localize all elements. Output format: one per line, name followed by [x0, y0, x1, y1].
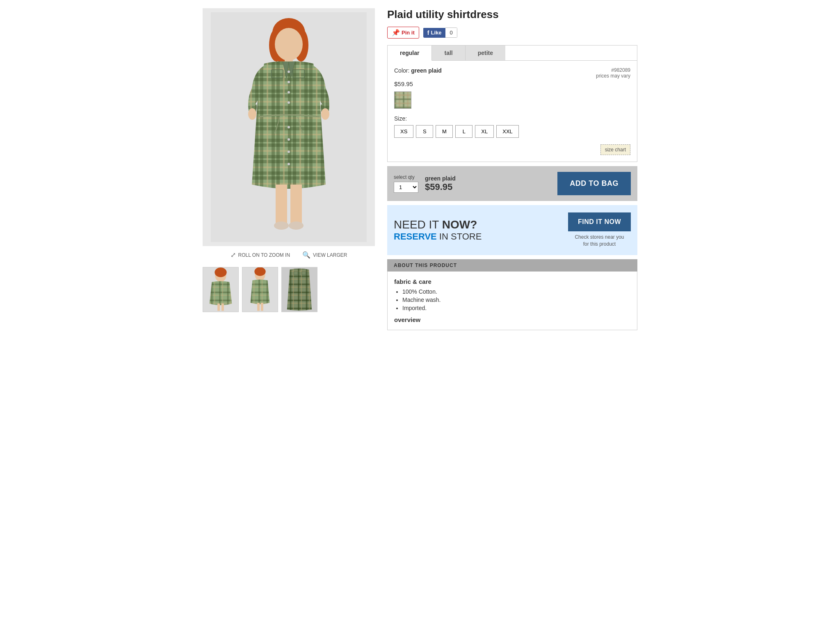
svg-rect-41	[221, 304, 224, 311]
svg-point-26	[288, 91, 290, 94]
about-content: fabric & care 100% Cotton. Machine wash.…	[387, 272, 637, 330]
selected-price: $59.95	[425, 182, 551, 192]
color-row: Color: green plaid #982089 prices may va…	[394, 67, 630, 79]
svg-point-19	[321, 108, 329, 120]
svg-point-25	[288, 81, 290, 83]
size-buttons: XS S M L XL XXL	[394, 125, 630, 138]
svg-point-39	[215, 267, 226, 277]
product-title: Plaid utility shirtdress	[387, 8, 637, 21]
svg-point-49	[254, 267, 265, 276]
size-chart-button[interactable]: size chart	[600, 144, 630, 155]
fb-icon: f	[427, 30, 429, 36]
svg-point-18	[248, 108, 256, 120]
svg-rect-50	[257, 303, 260, 311]
add-to-bag-button[interactable]: ADD TO BAG	[557, 172, 631, 195]
color-name: green plaid	[411, 67, 442, 74]
tab-regular[interactable]: regular	[388, 46, 432, 61]
pin-it-label: Pin it	[402, 30, 415, 36]
fb-like-main: f Like	[423, 28, 446, 38]
size-xs[interactable]: XS	[394, 125, 413, 138]
reserve-in-store-section: NEED IT NOW? RESERVE IN STORE FIND IT NO…	[387, 205, 637, 255]
main-product-image	[203, 8, 375, 246]
facebook-like-button[interactable]: f Like 0	[423, 27, 457, 38]
tab-petite[interactable]: petite	[466, 46, 505, 60]
zoom-controls: ⤢ ROLL ON TO ZOOM IN 🔍 VIEW LARGER	[203, 246, 375, 264]
svg-point-30	[288, 151, 290, 153]
size-tabs: regular tall petite	[387, 45, 637, 60]
add-to-bag-section: select qty 1 2 3 4 5 green plaid $59.95 …	[387, 166, 637, 201]
svg-rect-51	[261, 303, 263, 311]
fabric-item-2: Machine wash.	[402, 297, 630, 303]
fb-count: 0	[445, 27, 457, 38]
now-text: NOW?	[442, 218, 477, 231]
about-header: ABOUT THIS PRODUCT	[387, 259, 637, 272]
svg-point-22	[274, 221, 289, 230]
fb-like-label: Like	[431, 30, 441, 36]
page-container: ⤢ ROLL ON TO ZOOM IN 🔍 VIEW LARGER	[194, 0, 646, 338]
find-it-now-button[interactable]: FIND IT NOW	[568, 212, 631, 231]
qty-section: select qty 1 2 3 4 5	[394, 174, 418, 193]
social-row: 📌 Pin it f Like 0	[387, 27, 637, 39]
roll-to-zoom[interactable]: ⤢ ROLL ON TO ZOOM IN	[231, 251, 290, 259]
selected-color: green plaid	[425, 175, 551, 182]
product-details-box: Color: green plaid #982089 prices may va…	[387, 60, 637, 162]
size-l[interactable]: L	[455, 125, 472, 138]
svg-point-27	[288, 101, 290, 104]
size-xxl[interactable]: XXL	[496, 125, 519, 138]
roll-zoom-label: ROLL ON TO ZOOM IN	[238, 252, 290, 258]
view-larger[interactable]: 🔍 VIEW LARGER	[302, 251, 347, 259]
svg-rect-40	[217, 304, 220, 311]
zoom-cursor-icon: ⤢	[231, 251, 236, 259]
pin-it-button[interactable]: 📌 Pin it	[387, 27, 419, 39]
magnify-icon: 🔍	[302, 251, 310, 259]
fabric-care-list: 100% Cotton. Machine wash. Imported.	[394, 288, 630, 311]
view-larger-label: VIEW LARGER	[313, 252, 347, 258]
svg-point-28	[288, 126, 290, 128]
svg-rect-20	[276, 185, 287, 226]
svg-point-31	[288, 163, 290, 165]
fabric-item-1: 100% Cotton.	[402, 288, 630, 295]
overview-title: overview	[394, 316, 630, 323]
left-panel: ⤢ ROLL ON TO ZOOM IN 🔍 VIEW LARGER	[203, 8, 375, 330]
thumbnail-2[interactable]	[242, 267, 278, 312]
fabric-care-title: fabric & care	[394, 278, 630, 285]
qty-label: select qty	[394, 174, 418, 180]
svg-point-23	[289, 221, 304, 230]
thumbnail-3[interactable]	[281, 267, 317, 312]
find-it-description: Check stores near youfor this product	[575, 234, 624, 248]
sku-number: #982089	[596, 67, 630, 73]
thumbnail-row	[203, 267, 375, 312]
tab-tall[interactable]: tall	[432, 46, 465, 60]
size-m[interactable]: M	[436, 125, 453, 138]
size-xl[interactable]: XL	[475, 125, 494, 138]
color-swatch-green-plaid[interactable]	[394, 91, 411, 109]
color-label: Color: green plaid	[394, 67, 442, 74]
about-section: ABOUT THIS PRODUCT fabric & care 100% Co…	[387, 259, 637, 330]
right-panel: Plaid utility shirtdress 📌 Pin it f Like…	[387, 8, 637, 330]
reserve-text: NEED IT NOW? RESERVE IN STORE	[394, 218, 568, 242]
reserve-word: RESERVE	[394, 231, 437, 242]
sku-info: #982089 prices may vary	[596, 67, 630, 79]
svg-point-14	[275, 28, 303, 61]
fabric-item-3: Imported.	[402, 305, 630, 311]
qty-select[interactable]: 1 2 3 4 5	[394, 182, 418, 193]
reserve-in-store-text: RESERVE IN STORE	[394, 231, 568, 242]
pin-icon: 📌	[392, 29, 400, 37]
selected-item-info: green plaid $59.95	[425, 175, 551, 192]
need-it-now-text: NEED IT NOW?	[394, 218, 568, 231]
product-price: $59.95	[394, 80, 630, 87]
svg-point-29	[288, 138, 290, 141]
size-label: Size:	[394, 115, 630, 122]
thumbnail-1[interactable]	[203, 267, 239, 312]
color-info: Color: green plaid	[394, 67, 442, 74]
prices-may-vary: prices may vary	[596, 73, 630, 79]
svg-rect-21	[290, 185, 302, 226]
svg-point-24	[288, 71, 290, 73]
swatch-plaid-pattern	[395, 92, 411, 108]
size-s[interactable]: S	[416, 125, 433, 138]
find-it-section: FIND IT NOW Check stores near youfor thi…	[568, 212, 631, 248]
